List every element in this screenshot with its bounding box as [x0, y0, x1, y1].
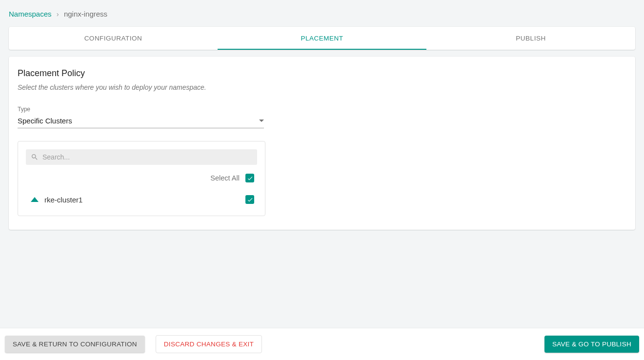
search-input[interactable] — [42, 153, 252, 161]
cluster-status-icon — [31, 197, 39, 202]
search-field[interactable] — [26, 149, 257, 165]
tab-configuration[interactable]: CONFIGURATION — [9, 27, 218, 50]
check-icon — [247, 197, 253, 203]
section-description: Select the clusters where you wish to de… — [18, 83, 626, 91]
type-label: Type — [18, 106, 626, 113]
save-return-button[interactable]: SAVE & RETURN TO CONFIGURATION — [5, 336, 145, 353]
check-icon — [247, 175, 253, 181]
type-select-value: Specific Clusters — [18, 117, 72, 125]
tab-placement[interactable]: PLACEMENT — [218, 27, 426, 50]
type-select[interactable]: Specific Clusters — [18, 114, 264, 128]
select-all-checkbox[interactable] — [245, 174, 254, 182]
cluster-panel: Select All rke-cluster1 — [18, 141, 265, 216]
section-title: Placement Policy — [18, 68, 626, 79]
breadcrumb-root-link[interactable]: Namespaces — [9, 10, 52, 18]
tabs-bar: CONFIGURATION PLACEMENT PUBLISH — [9, 27, 635, 50]
tab-publish[interactable]: PUBLISH — [426, 27, 635, 50]
breadcrumb: Namespaces › nginx-ingress — [9, 0, 635, 27]
discard-button[interactable]: DISCARD CHANGES & EXIT — [156, 335, 262, 353]
cluster-name: rke-cluster1 — [44, 196, 240, 204]
cluster-row: rke-cluster1 — [26, 184, 257, 206]
placement-card: Placement Policy Select the clusters whe… — [9, 57, 635, 230]
footer-bar: SAVE & RETURN TO CONFIGURATION DISCARD C… — [0, 328, 644, 360]
select-all-row: Select All — [26, 165, 257, 184]
select-all-label: Select All — [210, 174, 240, 182]
breadcrumb-separator: › — [57, 10, 59, 18]
search-icon — [31, 153, 39, 161]
breadcrumb-current: nginx-ingress — [64, 10, 107, 18]
chevron-down-icon — [259, 120, 264, 122]
cluster-checkbox[interactable] — [245, 195, 254, 204]
save-publish-button[interactable]: SAVE & GO TO PUBLISH — [544, 336, 639, 353]
